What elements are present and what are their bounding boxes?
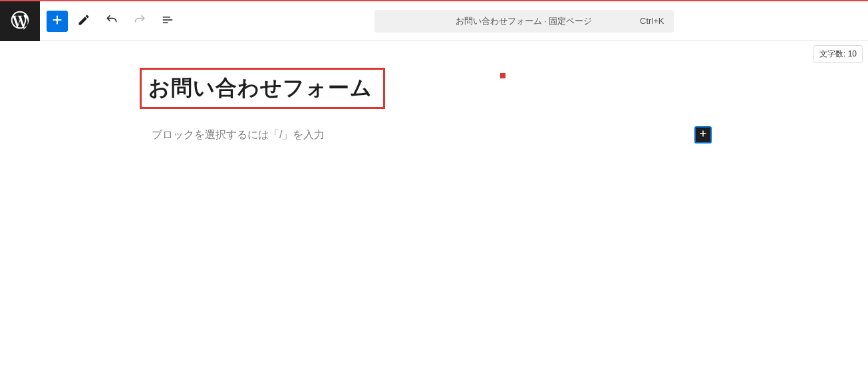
redo-icon (133, 13, 146, 29)
title-highlight-box: お問い合わせフォーム (140, 68, 385, 109)
wordpress-icon (9, 9, 31, 33)
wp-logo-button[interactable] (0, 1, 40, 41)
page-title-input[interactable]: お問い合わせフォーム (148, 74, 372, 103)
list-view-icon (161, 13, 174, 29)
edit-tool-button[interactable] (72, 9, 96, 33)
inline-block-inserter[interactable] (694, 126, 712, 143)
editor-toolbar: お問い合わせフォーム · 固定ページ Ctrl+K (0, 1, 868, 41)
plus-icon (50, 13, 65, 30)
redo-button[interactable] (128, 9, 152, 33)
toolbar-left-tools (40, 9, 180, 33)
block-inserter-button[interactable] (47, 11, 68, 32)
command-palette-hint: お問い合わせフォーム · 固定ページ (456, 15, 593, 27)
block-placeholder-text: ブロックを選択するには「/」を入力 (140, 128, 694, 142)
plus-icon (697, 128, 709, 142)
toolbar-center: お問い合わせフォーム · 固定ページ Ctrl+K (180, 10, 868, 33)
undo-button[interactable] (100, 9, 124, 33)
undo-icon (105, 13, 118, 29)
pencil-icon (77, 13, 90, 29)
annotation-dot (500, 73, 506, 78)
document-overview-button[interactable] (156, 9, 180, 33)
default-block-appender[interactable]: ブロックを選択するには「/」を入力 (140, 126, 712, 143)
command-palette-shortcut: Ctrl+K (640, 16, 664, 26)
editor-canvas: お問い合わせフォーム ブロックを選択するには「/」を入力 (0, 41, 868, 143)
command-palette-button[interactable]: お問い合わせフォーム · 固定ページ Ctrl+K (374, 10, 674, 33)
